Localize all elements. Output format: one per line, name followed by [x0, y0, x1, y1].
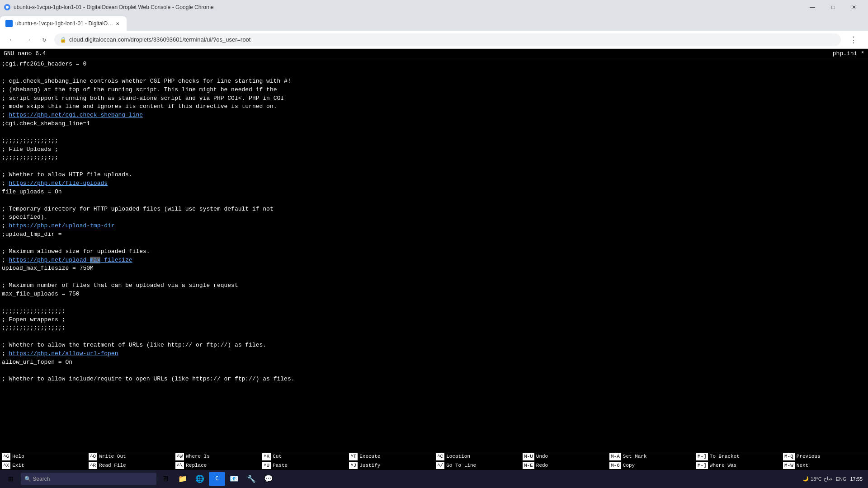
menu-label-paste: Paste	[273, 462, 288, 469]
menu-label-where: Where Is	[186, 453, 210, 460]
language-indicator: ENG	[836, 476, 847, 482]
menu-key-undo: M-U	[523, 453, 534, 460]
taskbar-icon-4[interactable]: 📧	[226, 472, 242, 486]
weather-widget: 🌙 18°C صاح	[802, 476, 832, 482]
menu-key-setmark: M-A	[609, 453, 621, 460]
svg-point-1	[6, 6, 9, 9]
menu-write-out[interactable]: ^O Write Out	[87, 452, 174, 461]
menu-key-wherewas: M-]	[696, 462, 708, 469]
menu-key-replace: ^\	[175, 462, 184, 469]
menu-label-write: Write Out	[99, 453, 126, 460]
temperature: 18°C	[811, 476, 822, 482]
menu-set-mark[interactable]: M-A Set Mark	[608, 452, 694, 461]
chrome-icon	[4, 4, 11, 11]
menu-key-redo: M-E	[523, 462, 534, 469]
editor-content[interactable]: ;cgi.rfc2616_headers = 0 ; cgi.check_she…	[0, 59, 868, 452]
menu-paste[interactable]: ^U Paste	[260, 461, 347, 470]
taskbar-icon-3[interactable]: 🌐	[192, 472, 208, 486]
menu-label-next: Next	[797, 462, 808, 469]
menu-location[interactable]: ^C Location	[434, 452, 521, 461]
menu-label-goto: Go To Line	[446, 462, 476, 469]
menu-where-was[interactable]: M-] Where Was	[694, 461, 781, 470]
taskbar-icon-6[interactable]: 💬	[260, 472, 277, 486]
window-controls: ― □ ✕	[802, 0, 864, 14]
taskbar-icon-2[interactable]: 📁	[175, 472, 191, 486]
menu-read-file[interactable]: ^R Read File	[87, 461, 174, 470]
menu-execute[interactable]: ^T Execute	[347, 452, 434, 461]
menu-cut[interactable]: ^K Cut	[260, 452, 347, 461]
menu-label-undo: Undo	[536, 453, 548, 460]
tab-close-button[interactable]: ✕	[114, 20, 121, 27]
url-text: cloud.digitalocean.com/droplets/33609360…	[69, 36, 835, 43]
menu-label-justify: Justify	[359, 462, 380, 469]
menu-exit[interactable]: ^X Exit	[0, 461, 87, 470]
menu-copy[interactable]: M-6 Copy	[608, 461, 694, 470]
terminal[interactable]: GNU nano 6.4 php.ini * ;cgi.rfc2616_head…	[0, 49, 868, 470]
back-button[interactable]: ←	[5, 33, 18, 46]
nano-header: GNU nano 6.4 php.ini *	[0, 49, 868, 59]
menu-where-is[interactable]: ^W Where Is	[174, 452, 260, 461]
menu-label-execute: Execute	[359, 453, 380, 460]
taskbar: ⊞ 🔍 Search 🖥 📁 🌐 C 📧 🔧 💬 🌙 18°C صاح ENG …	[0, 470, 868, 488]
start-button[interactable]: ⊞	[2, 472, 20, 486]
menu-help[interactable]: ^G Help	[0, 452, 87, 461]
active-tab[interactable]: ubuntu-s-1vcpu-1gb-lon1-01 - DigitalOcea…	[0, 16, 127, 31]
menu-key-help: ^G	[2, 453, 10, 460]
tab-bar: ubuntu-s-1vcpu-1gb-lon1-01 - DigitalOcea…	[0, 14, 868, 31]
menu-key-next: M-W	[783, 462, 795, 469]
system-tray: 🌙 18°C صاح ENG 17:55	[799, 476, 866, 482]
editor-line: ;cgi.rfc2616_headers = 0 ; cgi.check_she…	[2, 61, 295, 382]
nano-menu: ^G Help ^O Write Out ^W Where Is ^K Cut	[0, 452, 868, 470]
menu-undo[interactable]: M-U Undo	[521, 452, 608, 461]
menu-redo[interactable]: M-E Redo	[521, 461, 608, 470]
menu-label-redo: Redo	[536, 462, 548, 469]
menu-key-paste: ^U	[262, 462, 271, 469]
menu-key-write: ^O	[89, 453, 97, 460]
menu-key-location: ^C	[436, 453, 444, 460]
menu-previous[interactable]: M-Q Previous	[781, 452, 868, 461]
url-bar[interactable]: 🔒 cloud.digitalocean.com/droplets/336093…	[54, 33, 841, 46]
menu-label-wherewas: Where Was	[710, 462, 736, 469]
menu-replace[interactable]: ^\ Replace	[174, 461, 260, 470]
menu-key-bracket: M-]	[696, 453, 708, 460]
menu-key-execute: ^T	[349, 453, 358, 460]
taskbar-icon-1[interactable]: 🖥	[157, 472, 174, 486]
tab-title: ubuntu-s-1vcpu-1gb-lon1-01 - DigitalOcea…	[15, 20, 114, 27]
menu-go-to-line[interactable]: ^/ Go To Line	[434, 461, 521, 470]
menu-key-previous: M-Q	[783, 453, 795, 460]
menu-next[interactable]: M-W Next	[781, 461, 868, 470]
menu-label-previous: Previous	[797, 453, 821, 460]
menu-label-location: Location	[446, 453, 470, 460]
menu-label-cut: Cut	[273, 453, 282, 460]
taskbar-pinned-icons: 🖥 📁 🌐 C 📧 🔧 💬	[157, 472, 277, 486]
taskbar-search[interactable]: 🔍 Search	[21, 473, 156, 485]
security-icon: 🔒	[60, 37, 66, 43]
minimize-button[interactable]: ―	[802, 0, 823, 14]
menu-label-exit: Exit	[12, 462, 24, 469]
menu-row-1: ^G Help ^O Write Out ^W Where Is ^K Cut	[0, 452, 868, 461]
window-title: ubuntu-s-1vcpu-1gb-lon1-01 - DigitalOcea…	[14, 4, 802, 10]
maximize-button[interactable]: □	[823, 0, 844, 14]
menu-to-bracket[interactable]: M-] To Bracket	[694, 452, 781, 461]
menu-key-read: ^R	[89, 462, 97, 469]
menu-label-bracket: To Bracket	[710, 453, 740, 460]
tab-favicon	[5, 20, 13, 27]
clock-time: 17:55	[850, 476, 863, 482]
weather-label: صاح	[824, 476, 832, 482]
menu-key-exit: ^X	[2, 462, 10, 469]
menu-justify[interactable]: ^J Justify	[347, 461, 434, 470]
menu-label-replace: Replace	[186, 462, 207, 469]
title-bar: ubuntu-s-1vcpu-1gb-lon1-01 - DigitalOcea…	[0, 0, 868, 14]
taskbar-icon-5[interactable]: 🔧	[243, 472, 259, 486]
nano-footer: ^G Help ^O Write Out ^W Where Is ^K Cut	[0, 452, 868, 470]
taskbar-clock: 17:55	[850, 476, 863, 482]
menu-label-help: Help	[12, 453, 24, 460]
taskbar-icon-chrome[interactable]: C	[209, 472, 225, 486]
menu-label-read: Read File	[99, 462, 126, 469]
forward-button[interactable]: →	[22, 33, 34, 46]
reload-button[interactable]: ↻	[38, 33, 51, 46]
menu-label-copy: Copy	[623, 462, 635, 469]
close-button[interactable]: ✕	[844, 0, 864, 14]
menu-key-goto: ^/	[436, 462, 444, 469]
address-bar: ← → ↻ 🔒 cloud.digitalocean.com/droplets/…	[0, 31, 868, 49]
